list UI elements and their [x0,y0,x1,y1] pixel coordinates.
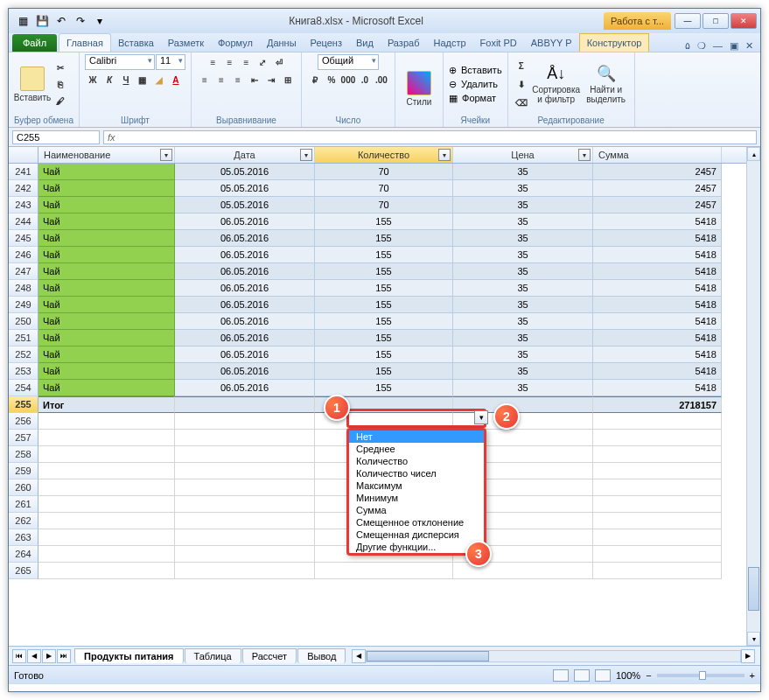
currency-icon[interactable]: ₽ [307,72,323,88]
cell[interactable] [593,496,722,513]
italic-button[interactable]: К [101,72,117,88]
cell[interactable]: Чай [38,214,175,230]
cell[interactable]: 06.05.2016 [175,346,315,363]
cell[interactable]: Чай [38,164,175,180]
tab-addins[interactable]: Надстр [426,34,472,52]
doc-minimize-icon[interactable]: — [713,40,723,52]
cell[interactable]: 5418 [593,263,722,280]
row-header[interactable]: 263 [9,529,38,546]
cell[interactable]: 5418 [593,280,722,297]
decrease-indent-icon[interactable]: ⇤ [247,72,262,88]
cell[interactable]: 35 [453,180,593,197]
tab-developer[interactable]: Разраб [381,34,427,52]
table-row[interactable]: 243 Чай 05.05.2016 70 35 2457 [9,197,760,214]
dd-option-stdev[interactable]: Смещенное отклонение [349,516,484,528]
cell[interactable] [175,529,315,546]
cell[interactable]: 06.05.2016 [175,230,315,247]
cell[interactable]: Чай [38,313,175,330]
cell[interactable]: 35 [453,280,593,297]
cell[interactable]: 155 [315,247,453,263]
select-all-corner[interactable] [9,147,38,163]
sheet-tab-calc[interactable]: Рассчет [242,648,297,663]
dd-option-max[interactable]: Максимум [349,480,484,492]
minimize-button[interactable]: — [675,13,701,29]
merge-icon[interactable]: ⊞ [280,72,296,88]
row-header[interactable]: 258 [9,446,38,463]
increase-indent-icon[interactable]: ⇥ [263,72,279,88]
cell[interactable]: Чай [38,363,175,380]
cell[interactable]: 35 [453,297,593,313]
row-header[interactable]: 249 [9,297,38,313]
row-header[interactable]: 255 [9,396,38,413]
percent-icon[interactable]: % [324,72,339,88]
view-pagebreak-icon[interactable] [595,669,611,682]
cell[interactable]: 35 [453,346,593,363]
cell[interactable]: Чай [38,297,175,313]
cell[interactable]: 5418 [593,247,722,263]
cell[interactable] [175,413,315,430]
cell[interactable] [175,513,315,529]
cell[interactable] [593,480,722,496]
table-row[interactable]: 249 Чай 06.05.2016 155 35 5418 [9,297,760,313]
cell[interactable]: 5418 [593,313,722,330]
cell[interactable] [38,446,175,463]
cell[interactable] [593,546,722,563]
cell[interactable]: 06.05.2016 [175,380,315,396]
format-painter-icon[interactable]: 🖌 [52,93,68,108]
cell[interactable]: Чай [38,330,175,346]
table-row[interactable]: 241 Чай 05.05.2016 70 35 2457 [9,164,760,180]
cell[interactable]: 155 [315,313,453,330]
cell[interactable]: 05.05.2016 [175,197,315,214]
tab-data[interactable]: Данны [260,34,304,52]
row-header[interactable]: 251 [9,330,38,346]
cell[interactable] [175,563,315,579]
dd-option-more[interactable]: Другие функции... [349,541,484,553]
sheet-nav-next[interactable]: ▶ [42,649,56,663]
cell[interactable]: 05.05.2016 [175,164,315,180]
cell[interactable]: 5418 [593,330,722,346]
cell[interactable]: 06.05.2016 [175,280,315,297]
row-header[interactable]: 264 [9,546,38,563]
cell[interactable]: 35 [453,313,593,330]
cell[interactable]: 155 [315,363,453,380]
sheet-nav-first[interactable]: ⏮ [12,649,26,663]
cell[interactable] [593,513,722,529]
maximize-button[interactable]: □ [703,13,729,29]
row-header[interactable]: 252 [9,346,38,363]
cell[interactable]: 155 [315,280,453,297]
table-row[interactable]: 248 Чай 06.05.2016 155 35 5418 [9,280,760,297]
cell[interactable]: 35 [453,164,593,180]
cell[interactable]: Чай [38,180,175,197]
cell[interactable]: 155 [315,330,453,346]
cell[interactable]: 06.05.2016 [175,263,315,280]
tab-home[interactable]: Главная [59,33,111,52]
border-button[interactable]: ▦ [135,72,150,88]
fill-icon[interactable]: ⬇ [514,76,529,92]
ribbon-minimize-icon[interactable]: ۵ [685,40,690,52]
cell[interactable] [38,513,175,529]
cell[interactable]: Чай [38,380,175,396]
cell[interactable]: 35 [453,330,593,346]
orientation-icon[interactable]: ⤢ [255,54,270,70]
cell[interactable]: 06.05.2016 [175,214,315,230]
cell[interactable] [175,446,315,463]
cell[interactable]: Чай [38,247,175,263]
table-row[interactable]: 252 Чай 06.05.2016 155 35 5418 [9,346,760,363]
cell[interactable] [38,480,175,496]
cell[interactable] [593,446,722,463]
cell[interactable] [38,546,175,563]
cell[interactable] [593,463,722,480]
cell[interactable] [38,529,175,546]
cell[interactable] [38,413,175,430]
row-header[interactable]: 246 [9,247,38,263]
sheet-tab-table[interactable]: Таблица [185,648,241,663]
row-header[interactable]: 248 [9,280,38,297]
excel-icon[interactable]: ▦ [14,12,31,30]
copy-icon[interactable]: ⎘ [52,76,68,92]
align-top-icon[interactable]: ≡ [205,54,220,70]
align-right-icon[interactable]: ≡ [230,72,246,88]
underline-button[interactable]: Ч [118,72,134,88]
cell[interactable]: Чай [38,197,175,214]
wrap-text-icon[interactable]: ⏎ [271,54,287,70]
cell[interactable]: 5418 [593,380,722,396]
